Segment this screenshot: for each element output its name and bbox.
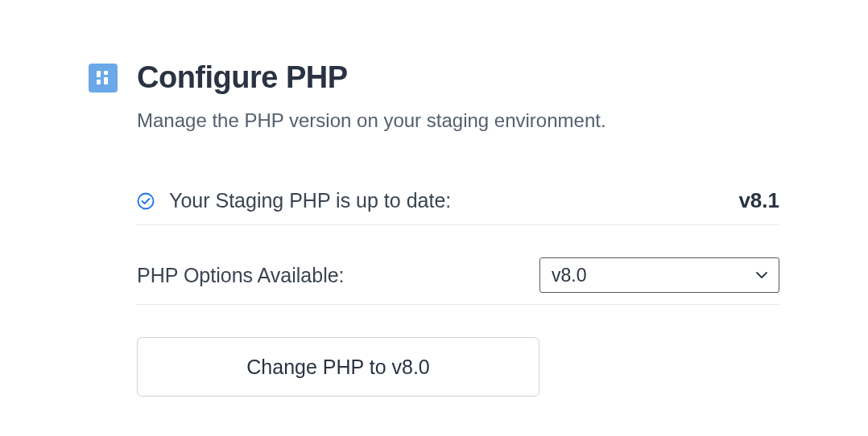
php-options-row: PHP Options Available: v8.0 [137,257,779,305]
change-php-button[interactable]: Change PHP to v8.0 [137,337,539,397]
page-title: Configure PHP [137,60,348,95]
php-version-select[interactable]: v8.0 [539,257,779,293]
php-current-version: v8.1 [738,188,779,213]
php-status-label: Your Staging PHP is up to date: [169,189,451,212]
svg-point-4 [138,193,154,208]
svg-rect-3 [104,77,108,84]
php-status-row: Your Staging PHP is up to date: v8.1 [137,188,779,225]
change-php-button-label: Change PHP to v8.0 [246,356,429,379]
php-status-left: Your Staging PHP is up to date: [137,189,451,212]
check-circle-icon [137,192,155,210]
svg-rect-1 [97,80,101,84]
configure-php-icon [89,64,118,93]
php-options-label: PHP Options Available: [137,264,345,287]
page-subtitle: Manage the PHP version on your staging e… [137,109,779,132]
svg-rect-2 [104,71,108,75]
page-header: Configure PHP [89,60,779,95]
svg-rect-0 [97,71,101,77]
php-version-select-wrap: v8.0 [539,257,779,293]
